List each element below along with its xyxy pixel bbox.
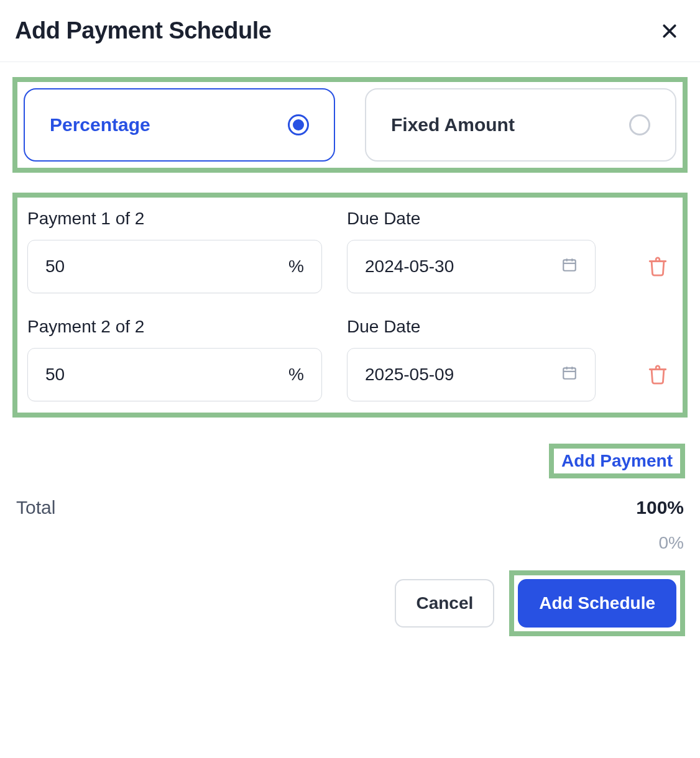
add-payment-link[interactable]: Add Payment: [559, 446, 675, 475]
input-value: 50: [45, 257, 65, 276]
type-option-percentage[interactable]: Percentage: [24, 88, 335, 162]
submit-highlight: Add Schedule: [509, 570, 685, 636]
type-option-fixed-amount[interactable]: Fixed Amount: [365, 88, 676, 162]
calendar-icon: [561, 257, 578, 277]
total-row: Total 100%: [12, 497, 688, 518]
total-value: 100%: [636, 497, 684, 518]
dialog-header: Add Payment Schedule: [0, 0, 700, 62]
type-selector: Percentage Fixed Amount: [24, 88, 676, 162]
close-icon: [660, 22, 679, 40]
svg-rect-2: [563, 260, 576, 270]
payment-amount-input[interactable]: 50 %: [27, 240, 322, 293]
payment-row: Payment 1 of 2 Due Date 50 % 2024-05-30: [24, 204, 676, 312]
payment-label: Payment 1 of 2: [27, 209, 322, 229]
input-value: 50: [45, 365, 65, 385]
dialog-footer: Cancel Add Schedule: [12, 570, 688, 636]
radio-icon: [288, 114, 309, 135]
payments-section: Payment 1 of 2 Due Date 50 % 2024-05-30: [12, 193, 688, 418]
type-selector-highlight: Percentage Fixed Amount: [12, 77, 688, 173]
total-sub-value: 0%: [659, 533, 684, 553]
add-schedule-button[interactable]: Add Schedule: [518, 579, 676, 628]
due-date-input[interactable]: 2024-05-30: [347, 240, 596, 293]
trash-icon: [647, 364, 668, 385]
type-option-label: Fixed Amount: [391, 114, 515, 135]
radio-icon: [629, 114, 650, 135]
due-date-input[interactable]: 2025-05-09: [347, 348, 596, 401]
cancel-button[interactable]: Cancel: [395, 579, 494, 628]
total-sub-row: 0%: [12, 533, 688, 553]
delete-payment-button[interactable]: [643, 360, 673, 390]
payments-highlight: Payment 1 of 2 Due Date 50 % 2024-05-30: [12, 193, 688, 418]
calendar-icon: [561, 365, 578, 385]
input-value: 2024-05-30: [365, 257, 454, 276]
payment-amount-input[interactable]: 50 %: [27, 348, 322, 401]
dialog-title: Add Payment Schedule: [15, 17, 271, 44]
type-option-label: Percentage: [50, 114, 150, 135]
close-button[interactable]: [656, 18, 683, 44]
total-label: Total: [16, 497, 55, 518]
due-date-label: Due Date: [347, 317, 596, 337]
trash-icon: [647, 256, 668, 277]
add-payment-wrap: Add Payment: [12, 444, 688, 478]
input-suffix: %: [288, 257, 304, 276]
payment-label: Payment 2 of 2: [27, 317, 322, 337]
payment-row: Payment 2 of 2 Due Date 50 % 2025-05-09: [24, 312, 676, 406]
svg-rect-6: [563, 368, 576, 378]
input-suffix: %: [288, 365, 304, 385]
delete-payment-button[interactable]: [643, 252, 673, 281]
input-value: 2025-05-09: [365, 365, 454, 385]
due-date-label: Due Date: [347, 209, 596, 229]
dialog-body: Percentage Fixed Amount Payment 1 of 2 D…: [0, 62, 700, 661]
add-payment-highlight: Add Payment: [549, 444, 685, 478]
